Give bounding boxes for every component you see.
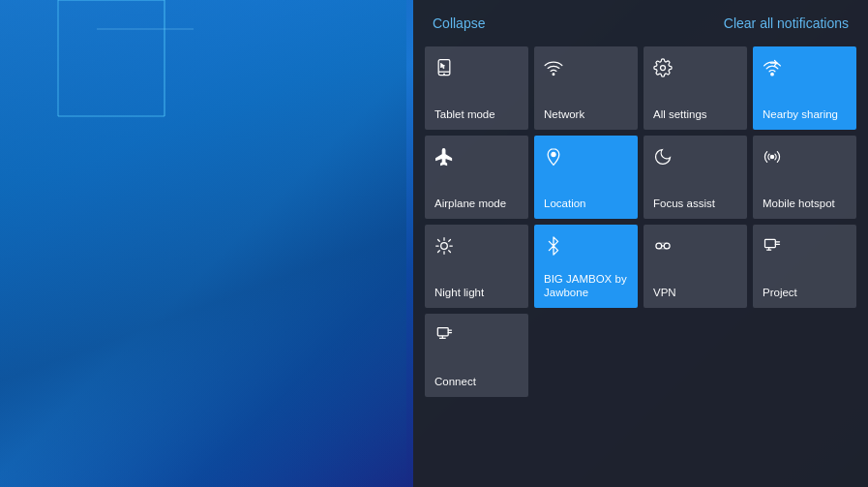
- tile-airplane-mode[interactable]: Airplane mode: [425, 136, 528, 219]
- tile-night-light[interactable]: Night light: [425, 225, 528, 308]
- tile-location-label: Location: [544, 198, 585, 211]
- tile-all-settings[interactable]: All settings: [644, 46, 747, 130]
- nightlight-icon: [434, 236, 454, 259]
- svg-point-14: [441, 243, 448, 250]
- svg-point-10: [771, 73, 774, 76]
- svg-line-22: [449, 240, 451, 242]
- bluetooth-icon: [544, 236, 563, 259]
- svg-line-21: [438, 251, 440, 253]
- project-icon: [763, 236, 782, 259]
- tile-all-settings-label: All settings: [653, 108, 707, 122]
- tile-big-jambox[interactable]: BIG JAMBOX by Jawbone: [534, 225, 638, 308]
- notifications-area: [413, 405, 868, 487]
- tile-nearby-sharing[interactable]: Nearby sharing: [753, 46, 856, 130]
- desktop-window-lines: [0, 0, 406, 213]
- hotspot-icon: [763, 147, 782, 169]
- svg-rect-33: [437, 328, 448, 336]
- tile-night-light-label: Night light: [434, 287, 484, 300]
- tile-network-label: Network: [544, 108, 584, 122]
- tile-vpn[interactable]: VPN: [644, 225, 747, 308]
- tile-focus-assist-label: Focus assist: [653, 198, 715, 211]
- moon-icon: [653, 147, 673, 169]
- tile-big-jambox-label: BIG JAMBOX by Jawbone: [544, 273, 628, 300]
- tile-focus-assist[interactable]: Focus assist: [644, 136, 747, 219]
- svg-rect-28: [765, 239, 776, 247]
- connect-icon: [434, 325, 454, 348]
- tile-project[interactable]: Project: [753, 225, 856, 308]
- action-center: Collapse Clear all notifications Tablet …: [413, 0, 868, 487]
- svg-point-13: [770, 155, 773, 158]
- tile-location[interactable]: Location: [534, 136, 638, 219]
- tile-connect-label: Connect: [434, 376, 476, 389]
- tile-tablet-mode-label: Tablet mode: [434, 108, 495, 122]
- action-center-header: Collapse Clear all notifications: [413, 0, 868, 43]
- clear-notifications-button[interactable]: Clear all notifications: [724, 15, 849, 31]
- vpn-icon: [653, 236, 673, 259]
- airplane-icon: [434, 147, 454, 169]
- tile-project-label: Project: [763, 287, 797, 300]
- tile-network[interactable]: Network: [534, 46, 638, 130]
- tile-mobile-hotspot[interactable]: Mobile hotspot: [753, 136, 856, 219]
- svg-point-8: [553, 74, 554, 76]
- tile-tablet-mode[interactable]: Tablet mode: [425, 46, 528, 130]
- svg-line-17: [438, 240, 440, 242]
- tile-vpn-label: VPN: [653, 287, 676, 300]
- gear-icon: [653, 58, 673, 80]
- tile-airplane-mode-label: Airplane mode: [434, 198, 506, 211]
- svg-point-12: [552, 152, 555, 156]
- tile-connect[interactable]: Connect: [425, 314, 528, 397]
- tablet-icon: [434, 58, 454, 80]
- tile-mobile-hotspot-label: Mobile hotspot: [763, 198, 835, 211]
- svg-point-24: [664, 243, 670, 249]
- svg-line-18: [449, 251, 451, 253]
- collapse-button[interactable]: Collapse: [433, 15, 485, 31]
- svg-point-9: [661, 66, 666, 71]
- nearby-sharing-icon: [763, 58, 782, 80]
- svg-point-23: [656, 243, 662, 249]
- wifi-icon: [544, 58, 563, 80]
- tile-nearby-sharing-label: Nearby sharing: [763, 108, 838, 122]
- location-icon: [544, 147, 563, 169]
- quick-actions-grid: Tablet mode Network All se: [413, 43, 868, 405]
